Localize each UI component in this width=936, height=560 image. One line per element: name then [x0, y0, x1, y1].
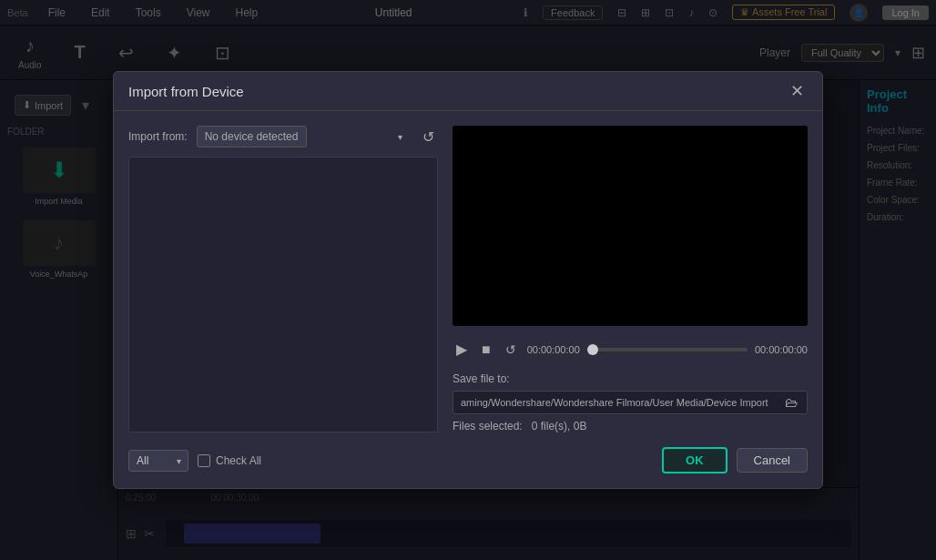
- progress-bar[interactable]: [587, 348, 748, 351]
- save-label: Save file to:: [453, 372, 808, 385]
- folder-icon: 🗁: [785, 395, 798, 410]
- files-selected-row: Files selected: 0 file(s), 0B: [453, 420, 808, 433]
- dialog-body: Import from: No device detected ↺ ▶: [114, 111, 822, 447]
- file-browser: Import from: No device detected ↺: [128, 126, 438, 433]
- time-end: 00:00:00:00: [755, 344, 808, 355]
- play-button[interactable]: ▶: [453, 339, 471, 360]
- device-select[interactable]: No device detected: [197, 126, 307, 148]
- import-dialog: Import from Device ✕ Import from: No dev…: [113, 71, 823, 489]
- time-start: 00:00:00:00: [527, 344, 580, 355]
- filter-select[interactable]: All Video Audio Photo: [128, 450, 188, 472]
- check-all-label[interactable]: Check All: [216, 454, 261, 467]
- dialog-close-button[interactable]: ✕: [787, 83, 808, 99]
- save-section: Save file to: aming/Wondershare/Wondersh…: [453, 372, 808, 433]
- rewind-button[interactable]: ↺: [502, 340, 520, 360]
- check-all-checkbox[interactable]: [198, 454, 210, 467]
- import-from-row: Import from: No device detected ↺: [128, 126, 438, 148]
- dialog-header: Import from Device ✕: [114, 72, 822, 111]
- progress-thumb: [587, 344, 598, 355]
- play-icon: ▶: [456, 341, 467, 357]
- save-path-text: aming/Wondershare/Wondershare Filmora/Us…: [461, 397, 778, 408]
- stop-button[interactable]: ■: [478, 340, 494, 360]
- ok-button[interactable]: OK: [662, 447, 727, 473]
- preview-area: ▶ ■ ↺ 00:00:00:00 00:00:00:00: [453, 126, 808, 433]
- refresh-button[interactable]: ↺: [419, 127, 438, 148]
- dialog-title: Import from Device: [128, 84, 244, 99]
- stop-icon: ■: [482, 341, 491, 357]
- filter-select-wrap: All Video Audio Photo: [128, 450, 188, 472]
- cancel-button[interactable]: Cancel: [737, 448, 808, 473]
- file-list-area[interactable]: [128, 157, 438, 433]
- video-preview: [453, 126, 808, 326]
- import-from-label: Import from:: [128, 130, 188, 143]
- dialog-footer: All Video Audio Photo Check All OK Cance…: [114, 447, 822, 488]
- rewind-icon: ↺: [505, 342, 516, 357]
- check-all-row[interactable]: Check All: [198, 454, 261, 467]
- save-path-row: aming/Wondershare/Wondershare Filmora/Us…: [453, 391, 808, 414]
- dialog-overlay: Import from Device ✕ Import from: No dev…: [0, 0, 936, 560]
- folder-browse-button[interactable]: 🗁: [783, 395, 799, 410]
- device-select-wrap: No device detected: [197, 126, 410, 148]
- video-controls: ▶ ■ ↺ 00:00:00:00 00:00:00:00: [453, 335, 808, 363]
